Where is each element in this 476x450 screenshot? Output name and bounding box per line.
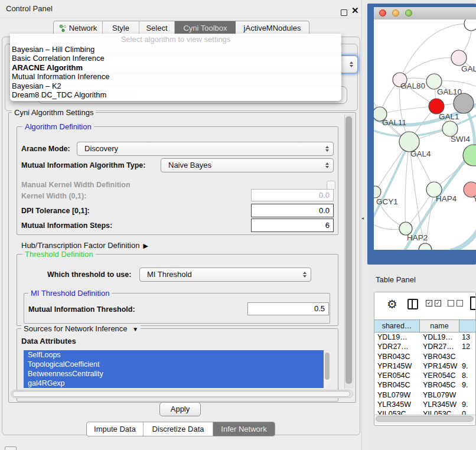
data-attribute-item[interactable]: BetweennessCentrality bbox=[24, 369, 324, 379]
tab-style-label: Style bbox=[112, 24, 129, 32]
data-attributes-list[interactable]: SelfLoopsTopologicalCoefficientBetweenne… bbox=[24, 350, 324, 388]
kernel-width-label: Kernel Width (0,1): bbox=[21, 192, 86, 200]
table-panel-title: Table Panel bbox=[376, 275, 416, 284]
table-cell bbox=[459, 352, 476, 361]
gear-icon[interactable]: ⚙ bbox=[387, 298, 397, 311]
algorithm-option[interactable]: Bayesian – K2 bbox=[10, 81, 341, 90]
algorithm-popup-placeholder: Select algorithm to view settings bbox=[10, 34, 341, 45]
algorithm-option[interactable]: Bayesian – Hill Climbing bbox=[10, 45, 341, 54]
table-cell: YDR27… bbox=[420, 342, 459, 351]
settings-horizontal-scrollbar-thumb[interactable] bbox=[12, 391, 350, 397]
table-row[interactable]: YDL19…YDL19…13 bbox=[374, 332, 476, 342]
control-panel-titlebar: Control Panel ✕ bbox=[0, 0, 361, 18]
network-node-gal2[interactable] bbox=[451, 50, 467, 66]
node-label: GCY1 bbox=[376, 197, 398, 206]
which-threshold-label: Which threshold to use: bbox=[47, 270, 131, 279]
which-threshold-combobox[interactable]: MI Threshold bbox=[139, 268, 311, 282]
data-attribute-item[interactable]: gal4RGexp bbox=[24, 379, 324, 388]
algorithm-dropdown-popup: Select algorithm to view settings Bayesi… bbox=[10, 34, 341, 101]
node-table-panel: ⚙ ✓ ✓ shared… name YDL19…YDL19…13YDR27…Y… bbox=[374, 292, 476, 426]
table-row[interactable]: YBR045CYBR045C9. bbox=[374, 380, 476, 390]
tab-discretize-data[interactable]: Discretize Data bbox=[144, 422, 213, 436]
dpi-tolerance-input[interactable]: 0.0 bbox=[251, 204, 334, 217]
tab-impute-data[interactable]: Impute Data bbox=[87, 422, 144, 436]
deselect-all-checkbox-icon[interactable] bbox=[448, 300, 454, 306]
collapse-down-icon[interactable]: ▼ bbox=[132, 326, 138, 332]
combo-spinner-icon bbox=[303, 272, 307, 278]
network-graph: GAL2GAL80GAL10GAL1GAL11SWI4GAL4HAP4YGCY1… bbox=[374, 19, 476, 250]
mi-steps-input[interactable]: 6 bbox=[251, 219, 334, 232]
table-row[interactable]: YBL079WYBL079W bbox=[374, 390, 476, 400]
deselect-all-checkbox-icon[interactable] bbox=[457, 300, 463, 306]
threshold-definition-title: Threshold Definition bbox=[22, 250, 96, 259]
data-attribute-item[interactable]: SelfLoops bbox=[24, 350, 324, 360]
network-edge[interactable] bbox=[405, 142, 409, 229]
tab-network[interactable]: Network bbox=[54, 21, 103, 35]
table-horizontal-scrollbar-thumb[interactable] bbox=[376, 416, 474, 422]
algorithm-option[interactable]: Mutual Information Inference bbox=[10, 72, 341, 81]
node-label: Y bbox=[473, 194, 476, 203]
network-node-gal4[interactable] bbox=[399, 132, 419, 152]
aracne-mode-combobox[interactable]: Discovery bbox=[77, 142, 334, 156]
mi-threshold-label: Mutual Information Threshold: bbox=[28, 305, 135, 314]
select-all-checkbox-icon[interactable]: ✓ bbox=[435, 300, 441, 306]
table-cell: YPR145W bbox=[374, 361, 420, 371]
table-row[interactable]: YLR345WYLR345W9. bbox=[374, 400, 476, 409]
column-header-shared-name[interactable]: shared… bbox=[374, 320, 420, 332]
data-attribute-item[interactable]: TopologicalCoefficient bbox=[24, 360, 324, 369]
close-icon[interactable]: ✕ bbox=[351, 6, 359, 15]
table-cell: YLR345W bbox=[420, 400, 459, 409]
table-row[interactable]: YPR145WYPR145W9. bbox=[374, 361, 476, 371]
settings-vertical-scrollbar-thumb[interactable] bbox=[345, 116, 352, 384]
algorithm-option[interactable]: ARACNE Algorithm bbox=[10, 63, 341, 72]
mi-threshold-input[interactable]: 0.5 bbox=[247, 302, 329, 315]
column-header-name[interactable]: name bbox=[420, 320, 459, 332]
tab-style[interactable]: Style bbox=[103, 21, 139, 35]
table-cell: YBR043C bbox=[374, 352, 420, 361]
zoom-traffic-light-icon[interactable] bbox=[405, 9, 412, 17]
table-cell: YLR345W bbox=[374, 400, 420, 409]
table-cell: YPR145W bbox=[420, 361, 459, 371]
apply-button[interactable]: Apply bbox=[159, 402, 201, 416]
columns-icon[interactable] bbox=[407, 299, 418, 309]
close-traffic-light-icon[interactable] bbox=[379, 9, 386, 17]
minimize-traffic-light-icon[interactable] bbox=[392, 9, 399, 17]
tab-select[interactable]: Select bbox=[139, 21, 175, 35]
tab-impute-data-label: Impute Data bbox=[94, 425, 136, 433]
aracne-mode-value: Discovery bbox=[84, 144, 118, 153]
network-edge[interactable] bbox=[451, 227, 476, 250]
table-cell: YBL079W bbox=[420, 390, 459, 400]
network-canvas[interactable]: GAL2GAL80GAL10GAL1GAL11SWI4GAL4HAP4YGCY1… bbox=[374, 19, 476, 250]
network-node-gcy1[interactable] bbox=[374, 186, 381, 198]
tab-jactivemnodules[interactable]: jActiveMNodules bbox=[236, 21, 309, 35]
mi-algorithm-type-combobox[interactable]: Naive Bayes bbox=[161, 158, 334, 172]
export-table-icon[interactable] bbox=[470, 296, 476, 310]
manual-kernel-width-checkbox[interactable] bbox=[327, 181, 335, 190]
network-node[interactable] bbox=[454, 93, 474, 113]
network-window-titlebar[interactable] bbox=[374, 7, 476, 20]
table-row[interactable]: YBR043CYBR043C bbox=[374, 352, 476, 361]
mi-steps-label: Mutual Information Steps: bbox=[21, 221, 112, 230]
splitter-collapse-icon[interactable]: ◂ bbox=[361, 216, 364, 221]
table-cell: YBR045C bbox=[374, 380, 420, 390]
cyni-algorithm-settings-title: Cyni Algorithm Settings bbox=[12, 108, 96, 117]
table-row[interactable]: YDR27…YDR27…12 bbox=[374, 342, 476, 351]
float-window-icon[interactable] bbox=[341, 9, 347, 16]
network-edge[interactable] bbox=[380, 106, 436, 114]
minimized-panel-button[interactable] bbox=[5, 446, 17, 450]
tab-cyni-toolbox[interactable]: Cyni Toolbox bbox=[175, 21, 236, 35]
network-node[interactable] bbox=[419, 243, 432, 250]
tab-infer-network[interactable]: Infer Network bbox=[213, 422, 275, 436]
attribute-list-scrollbar-thumb[interactable] bbox=[325, 353, 330, 380]
kernel-width-input[interactable]: 0.0 bbox=[251, 189, 334, 201]
tab-discretize-data-label: Discretize Data bbox=[152, 425, 204, 433]
select-all-checkbox-icon[interactable]: ✓ bbox=[426, 300, 432, 306]
column-header-partial[interactable] bbox=[459, 320, 476, 332]
table-row[interactable]: YER054CYER054C8. bbox=[374, 371, 476, 380]
algorithm-option[interactable]: Dream8 DC_TDC Algorithm bbox=[10, 90, 341, 99]
algorithm-option[interactable]: Basic Correlation Inference bbox=[10, 54, 341, 63]
network-edge[interactable] bbox=[374, 142, 409, 221]
hub-definition-expander[interactable]: Hub/Transcription Factor Definition▶ bbox=[21, 241, 148, 250]
network-node[interactable] bbox=[464, 19, 476, 31]
table-cell: YER054C bbox=[374, 371, 420, 380]
